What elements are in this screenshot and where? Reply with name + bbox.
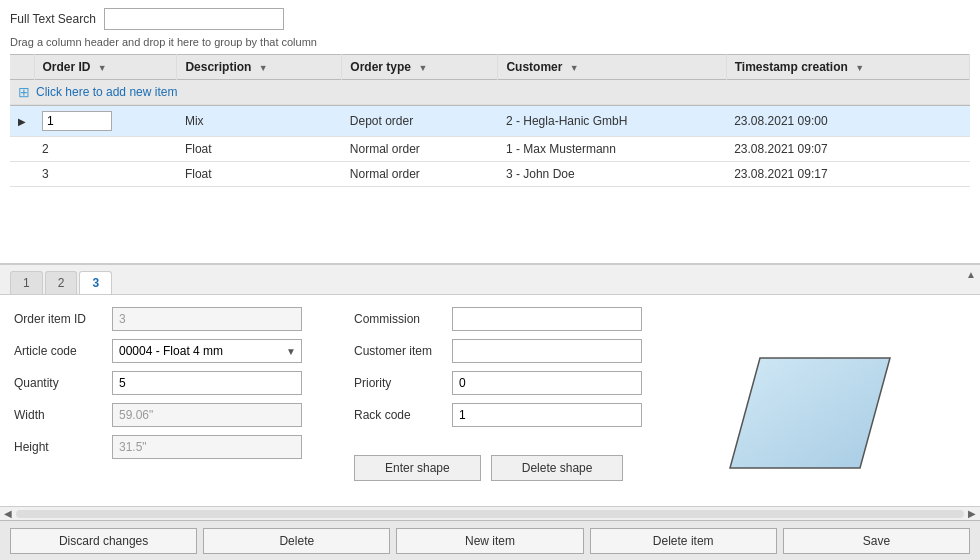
svg-marker-0 <box>730 358 890 468</box>
order-item-id-row: Order item ID <box>14 307 334 331</box>
row-arrow: ▶ <box>10 106 34 137</box>
cell-timestamp: 23.08.2021 09:07 <box>726 137 969 162</box>
cell-timestamp: 23.08.2021 09:17 <box>726 162 969 187</box>
scroll-right-icon[interactable]: ▶ <box>968 508 976 519</box>
delete-shape-button[interactable]: Delete shape <box>491 455 624 481</box>
table-row[interactable]: ▶ Mix Depot order 2 - Hegla-Hanic GmbH 2… <box>10 106 970 137</box>
commission-row: Commission <box>354 307 654 331</box>
height-input[interactable] <box>112 435 302 459</box>
cell-customer: 3 - John Doe <box>498 162 726 187</box>
form-area: Order item ID Article code 00004 - Float… <box>0 295 980 530</box>
priority-label: Priority <box>354 376 444 390</box>
delete-button[interactable]: Delete <box>203 528 390 554</box>
grid-icon: ⊞ <box>18 84 30 100</box>
commission-label: Commission <box>354 312 444 326</box>
width-input[interactable] <box>112 403 302 427</box>
th-customer[interactable]: Customer ▼ <box>498 55 726 80</box>
timestamp-filter-icon[interactable]: ▼ <box>855 63 864 73</box>
scroll-up-icon[interactable]: ▲ <box>966 269 976 280</box>
search-row: Full Text Search <box>10 8 970 30</box>
tab-2[interactable]: 2 <box>45 271 78 294</box>
order-id-filter-icon[interactable]: ▼ <box>98 63 107 73</box>
th-order-type[interactable]: Order type ▼ <box>342 55 498 80</box>
cell-timestamp: 23.08.2021 09:00 <box>726 106 969 137</box>
drag-hint: Drag a column header and drop it here to… <box>10 36 970 48</box>
cell-order-type: Normal order <box>342 137 498 162</box>
width-label: Width <box>14 408 104 422</box>
th-timestamp[interactable]: Timestamp creation ▼ <box>726 55 969 80</box>
cell-order-type: Normal order <box>342 162 498 187</box>
bottom-panel: 1 2 3 ▲ Order item ID Article code 00004… <box>0 265 980 560</box>
order-type-filter-icon[interactable]: ▼ <box>418 63 427 73</box>
cell-customer: 2 - Hegla-Hanic GmbH <box>498 106 726 137</box>
search-label: Full Text Search <box>10 12 96 26</box>
shape-preview <box>654 307 966 518</box>
cell-description: Float <box>177 162 342 187</box>
orders-table: Order ID ▼ Description ▼ Order type ▼ Cu… <box>10 54 970 187</box>
new-item-button[interactable]: New item <box>396 528 583 554</box>
delete-item-button[interactable]: Delete item <box>590 528 777 554</box>
scroll-track <box>16 510 964 518</box>
save-button[interactable]: Save <box>783 528 970 554</box>
cell-description: Mix <box>177 106 342 137</box>
height-row: Height <box>14 435 334 459</box>
cell-order-id: 2 <box>34 137 177 162</box>
order-item-id-input[interactable] <box>112 307 302 331</box>
article-code-row: Article code 00004 - Float 4 mm ▼ <box>14 339 334 363</box>
add-new-link[interactable]: Click here to add new item <box>36 85 177 99</box>
horizontal-scrollbar[interactable]: ◀ ▶ <box>0 506 980 520</box>
priority-row: Priority <box>354 371 654 395</box>
footer-bar: Discard changes Delete New item Delete i… <box>0 520 980 560</box>
customer-item-row: Customer item <box>354 339 654 363</box>
form-left-col: Order item ID Article code 00004 - Float… <box>14 307 334 518</box>
enter-shape-button[interactable]: Enter shape <box>354 455 481 481</box>
table-row[interactable]: 3 Float Normal order 3 - John Doe 23.08.… <box>10 162 970 187</box>
discard-changes-button[interactable]: Discard changes <box>10 528 197 554</box>
height-label: Height <box>14 440 104 454</box>
order-item-id-label: Order item ID <box>14 312 104 326</box>
article-code-label: Article code <box>14 344 104 358</box>
quantity-input[interactable] <box>112 371 302 395</box>
row-arrow <box>10 137 34 162</box>
rack-code-row: Rack code <box>354 403 654 427</box>
th-arrow <box>10 55 34 80</box>
article-code-select[interactable]: 00004 - Float 4 mm <box>112 339 302 363</box>
scroll-left-icon[interactable]: ◀ <box>4 508 12 519</box>
cell-order-type: Depot order <box>342 106 498 137</box>
width-row: Width <box>14 403 334 427</box>
table-header-row: Order ID ▼ Description ▼ Order type ▼ Cu… <box>10 55 970 80</box>
table-toolbar: ⊞ Click here to add new item <box>10 80 970 105</box>
rack-code-label: Rack code <box>354 408 444 422</box>
shape-buttons: Enter shape Delete shape <box>354 455 654 481</box>
shape-svg <box>720 348 900 478</box>
row-arrow <box>10 162 34 187</box>
customer-filter-icon[interactable]: ▼ <box>570 63 579 73</box>
customer-item-input[interactable] <box>452 339 642 363</box>
tab-1[interactable]: 1 <box>10 271 43 294</box>
table-toolbar-row: ⊞ Click here to add new item <box>10 80 970 106</box>
customer-item-label: Customer item <box>354 344 444 358</box>
order-id-input[interactable] <box>42 111 112 131</box>
quantity-row: Quantity <box>14 371 334 395</box>
commission-input[interactable] <box>452 307 642 331</box>
article-code-select-wrapper: 00004 - Float 4 mm ▼ <box>112 339 302 363</box>
th-description[interactable]: Description ▼ <box>177 55 342 80</box>
form-middle-col: Commission Customer item Priority Rack c… <box>334 307 654 518</box>
rack-code-input[interactable] <box>452 403 642 427</box>
priority-input[interactable] <box>452 371 642 395</box>
description-filter-icon[interactable]: ▼ <box>259 63 268 73</box>
tabs-bar: 1 2 3 ▲ <box>0 265 980 295</box>
cell-customer: 1 - Max Mustermann <box>498 137 726 162</box>
table-row[interactable]: 2 Float Normal order 1 - Max Mustermann … <box>10 137 970 162</box>
tab-3[interactable]: 3 <box>79 271 112 294</box>
th-order-id[interactable]: Order ID ▼ <box>34 55 177 80</box>
search-input[interactable] <box>104 8 284 30</box>
top-panel: Full Text Search Drag a column header an… <box>0 0 980 265</box>
cell-order-id <box>34 106 177 137</box>
cell-order-id: 3 <box>34 162 177 187</box>
cell-description: Float <box>177 137 342 162</box>
quantity-label: Quantity <box>14 376 104 390</box>
